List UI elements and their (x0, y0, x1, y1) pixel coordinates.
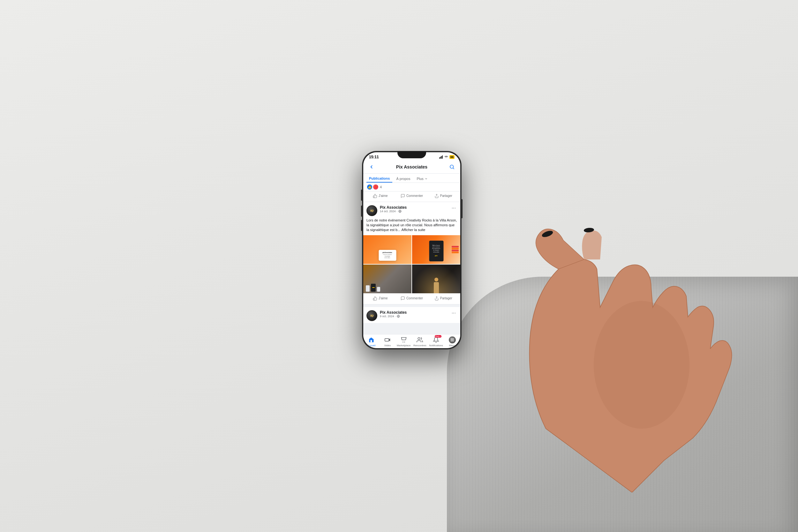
nav-video-label: Vidéo (384, 344, 391, 347)
people-icon (417, 337, 423, 343)
avatar-inner-1: ap (366, 205, 377, 216)
menu-lines-icon (450, 338, 455, 342)
nav-home[interactable]: Accueil (363, 336, 380, 347)
video-icon (384, 337, 391, 343)
svg-rect-15 (385, 338, 389, 341)
nav-notifications-label: Notifications (429, 344, 443, 347)
img-tl[interactable]: pixAssociates C'est un momentde partaged… (363, 235, 412, 264)
content-area[interactable]: 👍 ❤️ 4 J'aime Commenter (363, 183, 460, 334)
svg-rect-14 (370, 340, 372, 342)
signal-icon (439, 155, 443, 158)
post-meta-2: 9 oct. 2024 · (380, 315, 450, 318)
img-tr[interactable]: Maître d'œuvre pour concevoir des expéri… (412, 235, 460, 264)
thumb-up-icon-p1 (373, 296, 377, 301)
marketplace-icon (401, 337, 407, 343)
phone-screen: 15:11 (363, 152, 460, 348)
tab-plus[interactable]: Plus (414, 175, 430, 182)
post-avatar-1: ap (366, 205, 377, 216)
svg-rect-6 (442, 155, 443, 158)
share-label-p1: Partager (440, 297, 452, 300)
menu-avatar (449, 336, 456, 343)
back-button[interactable] (367, 163, 376, 171)
globe-icon-1 (398, 210, 402, 213)
top-nav: Pix Associates (363, 160, 460, 174)
nav-menu[interactable]: Menu (444, 336, 460, 347)
comment-label-top: Commenter (406, 194, 423, 197)
svg-point-17 (404, 341, 405, 342)
like-button-p1[interactable]: J'aime (364, 294, 396, 302)
tab-apropos[interactable]: À propos (394, 175, 413, 182)
post-card-2: ap Pix Associates 9 oct. 2024 · (363, 307, 460, 323)
like-reaction-icon: 👍 (367, 185, 372, 190)
svg-point-16 (402, 341, 403, 342)
nav-notifications[interactable]: 9 et + Notifications (428, 336, 444, 347)
post-more-2[interactable]: ··· (450, 310, 457, 316)
like-label-p1: J'aime (379, 297, 388, 300)
svg-point-18 (418, 337, 420, 340)
nav-marketplace[interactable]: Marketplace (396, 336, 412, 347)
marketplace-icon-wrap (400, 336, 407, 343)
sleeve (447, 277, 798, 532)
svg-rect-3 (439, 157, 440, 158)
avatar-inner-2: ap (366, 310, 377, 321)
share-icon-p1 (434, 296, 439, 301)
comment-icon-p1 (401, 296, 405, 301)
nav-menu-label: Menu (449, 344, 456, 347)
nav-video[interactable]: Vidéo (380, 336, 396, 347)
comment-button-top[interactable]: Commenter (396, 192, 428, 200)
nav-home-label: Accueil (367, 344, 375, 347)
post-info-1: Pix Associates 14 oct. 2024 · (380, 205, 450, 213)
bottom-nav: Accueil Vidéo (363, 334, 460, 348)
thumb-up-icon (373, 194, 377, 198)
wifi-icon (444, 155, 448, 158)
battery-badge: 66 (450, 155, 455, 159)
nav-people-label: Rencontres (413, 344, 426, 347)
post-text-1: Lors de notre événement Creativity Rocks… (363, 218, 460, 235)
nav-marketplace-label: Marketplace (397, 344, 411, 347)
status-time: 15:11 (369, 155, 379, 159)
scene: 15:11 (0, 0, 798, 532)
img-bm[interactable] (412, 265, 460, 293)
phone: 15:11 (362, 151, 461, 349)
page-tabs: Publications À propos Plus (363, 174, 460, 183)
nav-people[interactable]: Rencontres (412, 336, 428, 347)
post-date-1: 14 oct. 2024 (380, 210, 396, 213)
bell-icon (433, 337, 439, 343)
like-button-top[interactable]: J'aime (364, 192, 396, 200)
post-author-2[interactable]: Pix Associates (380, 310, 450, 315)
action-bar-post1: J'aime Commenter Partager (363, 294, 460, 304)
notch (397, 151, 426, 158)
chevron-down-icon (424, 177, 428, 180)
img-bl[interactable] (363, 265, 412, 293)
share-label-top: Partager (440, 194, 452, 197)
share-button-p1[interactable]: Partager (428, 294, 459, 302)
share-button-top[interactable]: Partager (428, 192, 459, 200)
menu-icon-wrap (449, 336, 456, 343)
post-more-1[interactable]: ··· (450, 205, 457, 211)
like-label-top: J'aime (379, 194, 388, 197)
comment-button-p1[interactable]: Commenter (396, 294, 428, 302)
image-grid-1: pixAssociates C'est un momentde partaged… (363, 235, 460, 294)
svg-rect-5 (441, 156, 442, 158)
share-icon-top (434, 194, 439, 198)
globe-icon-2 (397, 315, 400, 318)
comment-label-p1: Commenter (406, 297, 423, 300)
post-author-1[interactable]: Pix Associates (380, 205, 450, 210)
reaction-count: 4 (380, 185, 382, 189)
post-meta-1: 14 oct. 2024 · (380, 210, 450, 213)
home-icon (368, 337, 375, 343)
search-button[interactable] (448, 163, 456, 171)
post-header-1: ap Pix Associates 14 oct. 2024 · (363, 202, 460, 218)
video-icon-wrap (384, 336, 391, 343)
post-info-2: Pix Associates 9 oct. 2024 · (380, 310, 450, 318)
post-avatar-2: ap (366, 310, 377, 321)
heart-reaction-icon: ❤️ (373, 185, 378, 190)
reaction-bar-top: 👍 ❤️ 4 (363, 183, 460, 191)
status-icons: 66 (439, 155, 455, 159)
svg-point-7 (450, 165, 454, 169)
action-bar-top: J'aime Commenter Partager (363, 191, 460, 202)
post-card-1: ap Pix Associates 14 oct. 2024 · (363, 202, 460, 304)
tab-publications[interactable]: Publications (366, 175, 392, 183)
see-more-link-1[interactable]: Afficher la suite (401, 228, 425, 232)
people-icon-wrap (416, 336, 423, 343)
